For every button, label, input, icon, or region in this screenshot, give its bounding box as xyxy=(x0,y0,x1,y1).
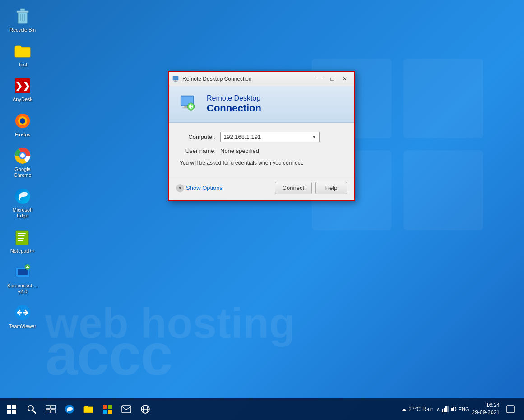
titlebar-left: Remote Desktop Connection xyxy=(172,75,251,83)
close-button[interactable]: ✕ xyxy=(339,74,351,83)
microsoft-edge-icon xyxy=(14,187,32,205)
help-button[interactable]: Help xyxy=(315,182,347,194)
test-folder-icon xyxy=(14,42,32,60)
desktop-icon-recycle-bin[interactable]: Recycle Bin xyxy=(5,5,41,36)
svg-rect-5 xyxy=(17,11,28,13)
maximize-button[interactable]: □ xyxy=(326,74,338,83)
weather-temp: 27°C xyxy=(408,406,421,412)
svg-rect-61 xyxy=(447,406,449,412)
svg-line-44 xyxy=(33,411,36,413)
rdp-icon xyxy=(178,93,199,115)
svg-rect-25 xyxy=(18,269,28,275)
username-row: User name: None specified xyxy=(180,148,343,154)
taskbar-right: ☁ 27°C Rain ∧ ENG 16:24 29-09-2021 xyxy=(401,399,522,419)
computer-value: 192.168.1.191 xyxy=(223,134,261,140)
taskbar-network[interactable] xyxy=(136,399,154,419)
dialog-header: Remote Desktop Connection xyxy=(169,86,354,123)
start-button[interactable] xyxy=(2,399,22,419)
taskbar-task-view[interactable] xyxy=(42,399,60,419)
system-tray[interactable]: ☁ 27°C Rain xyxy=(401,406,434,412)
dialog-body: Computer: 192.168.1.191 ▼ User name: Non… xyxy=(169,123,354,177)
taskbar-clock[interactable]: 16:24 29-09-2021 xyxy=(472,402,500,416)
svg-rect-3 xyxy=(403,150,483,230)
taskbar-mail[interactable] xyxy=(117,399,135,419)
svg-rect-41 xyxy=(7,410,11,414)
desktop-icons: Recycle Bin Test ❯❯ AnyDesk Firefox xyxy=(5,5,41,332)
anydesk-icon: ❯❯ xyxy=(14,77,32,95)
screencast-icon xyxy=(14,263,32,281)
svg-rect-51 xyxy=(108,405,112,409)
svg-rect-1 xyxy=(403,59,483,138)
anydesk-label: AnyDesk xyxy=(13,97,32,102)
svg-rect-42 xyxy=(12,410,16,414)
desktop-icon-notepadpp[interactable]: Notepad++ xyxy=(5,226,41,257)
taskbar-edge[interactable] xyxy=(60,399,79,419)
svg-rect-39 xyxy=(7,405,11,409)
dialog-footer: ▼ Show Options Connect Help xyxy=(169,177,354,200)
show-options-label: Show Options xyxy=(186,185,223,191)
svg-rect-21 xyxy=(18,235,25,236)
language-indicator: ENG xyxy=(459,406,469,412)
username-value: None specified xyxy=(220,148,259,154)
svg-rect-45 xyxy=(46,405,50,409)
svg-rect-53 xyxy=(108,410,112,414)
dialog-title-text: Remote Desktop Connection xyxy=(182,76,251,82)
desktop-icon-microsoft-edge[interactable]: Microsoft Edge xyxy=(5,185,41,222)
desktop-icon-test[interactable]: Test xyxy=(5,39,41,70)
firefox-icon xyxy=(14,112,32,130)
dialog-title-line2: Connection xyxy=(207,102,261,114)
svg-rect-22 xyxy=(18,238,24,239)
svg-rect-6 xyxy=(20,9,25,11)
test-label: Test xyxy=(18,62,27,68)
svg-rect-62 xyxy=(507,406,514,413)
desktop-icon-google-chrome[interactable]: Google Chrome xyxy=(5,144,41,181)
svg-rect-46 xyxy=(51,405,56,409)
screencast-label: Screencast-... v2.0 xyxy=(7,283,38,295)
volume-tray-icon xyxy=(450,406,457,413)
teamviewer-icon xyxy=(14,304,32,322)
minimize-button[interactable]: — xyxy=(314,74,325,83)
notification-button[interactable] xyxy=(502,399,519,419)
desktop-icon-teamviewer[interactable]: TeamViewer xyxy=(5,301,41,332)
computer-dropdown[interactable]: 192.168.1.191 ▼ xyxy=(220,132,320,142)
svg-text:❯❯: ❯❯ xyxy=(15,81,30,91)
watermark-line1: accc xyxy=(45,325,524,384)
taskbar: ☁ 27°C Rain ∧ ENG 16:24 29-09-2021 xyxy=(0,398,524,420)
notepadpp-icon xyxy=(14,228,32,246)
recycle-bin-label: Recycle Bin xyxy=(9,27,36,33)
svg-rect-35 xyxy=(184,106,187,108)
credential-note: You will be asked for credentials when y… xyxy=(180,160,343,166)
rdp-title-icon xyxy=(172,75,180,83)
svg-rect-50 xyxy=(103,405,107,409)
teamviewer-label: TeamViewer xyxy=(9,323,36,329)
show-options-icon: ▼ xyxy=(176,184,184,192)
watermark-line2: web hosting xyxy=(45,299,295,348)
desktop-icon-firefox[interactable]: Firefox xyxy=(5,109,41,140)
svg-rect-20 xyxy=(18,233,26,234)
google-chrome-icon xyxy=(14,147,32,165)
svg-point-17 xyxy=(20,153,25,158)
svg-rect-47 xyxy=(46,410,50,413)
svg-point-14 xyxy=(20,118,25,124)
show-options[interactable]: ▼ Show Options xyxy=(176,184,223,192)
clock-time: 16:24 xyxy=(472,402,500,409)
google-chrome-label: Google Chrome xyxy=(6,166,39,178)
microsoft-edge-label: Microsoft Edge xyxy=(6,207,39,219)
weather-desc: Rain xyxy=(422,406,434,412)
recycle-bin-icon xyxy=(14,7,32,25)
svg-rect-40 xyxy=(12,405,16,409)
svg-rect-48 xyxy=(51,410,56,413)
dialog-main-title: Remote Desktop Connection xyxy=(207,94,261,114)
weather-icon: ☁ xyxy=(401,406,407,412)
desktop-icon-screencast[interactable]: Screencast-... v2.0 xyxy=(5,260,41,297)
remote-desktop-dialog: Remote Desktop Connection — □ ✕ Remote D… xyxy=(168,71,355,201)
svg-rect-59 xyxy=(444,408,445,412)
taskbar-store[interactable] xyxy=(98,399,116,419)
taskbar-file-explorer[interactable] xyxy=(79,399,97,419)
titlebar-controls: — □ ✕ xyxy=(314,74,351,83)
taskbar-search[interactable] xyxy=(23,399,41,419)
connect-button[interactable]: Connect xyxy=(275,182,312,194)
desktop-icon-anydesk[interactable]: ❯❯ AnyDesk xyxy=(5,74,41,105)
svg-rect-32 xyxy=(174,81,177,82)
clock-date: 29-09-2021 xyxy=(472,409,500,416)
